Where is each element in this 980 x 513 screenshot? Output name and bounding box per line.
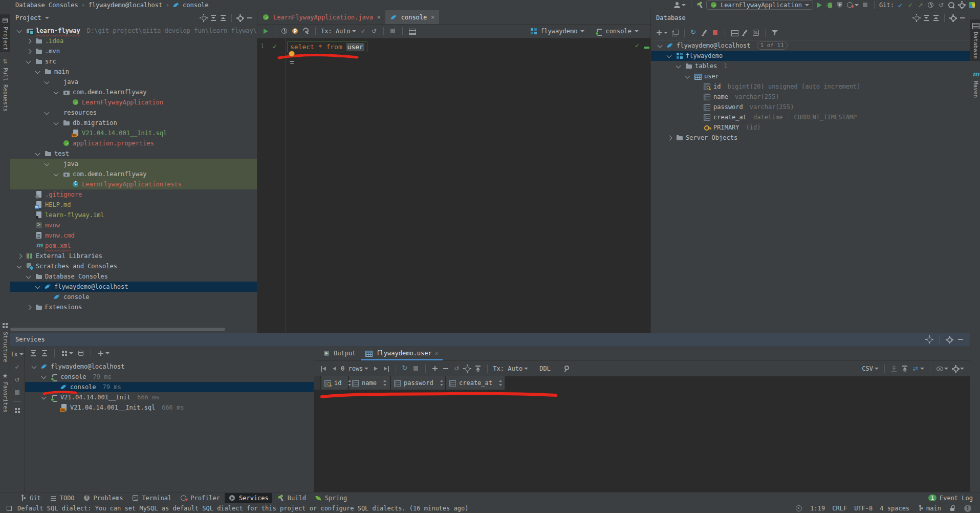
result-tab-flywaydemo-user[interactable]: flywaydemo.user✕ xyxy=(361,346,443,360)
sql-statement[interactable]: select * from user xyxy=(287,41,367,52)
expand-button[interactable] xyxy=(922,14,930,22)
clock-button[interactable] xyxy=(927,1,935,9)
chev-right-icon[interactable] xyxy=(25,37,33,45)
chev-down-icon[interactable] xyxy=(43,109,51,117)
toolwindow-button-terminal[interactable]: Terminal xyxy=(127,493,175,503)
upload-button[interactable] xyxy=(474,365,482,373)
toolwindow-button-services[interactable]: Services xyxy=(225,493,272,503)
collapse-button[interactable] xyxy=(932,14,940,22)
gear-button[interactable] xyxy=(236,14,244,22)
status-widget-indicator[interactable] xyxy=(795,504,803,512)
pencil-button[interactable] xyxy=(701,29,709,37)
tree-item-learn-flyway[interactable]: learn-flywayD:\git-project\qiita-develop… xyxy=(10,26,257,36)
tree-item-v21-04-14-001-init-sql[interactable]: V21.04.14.001__Init.sql xyxy=(10,128,257,138)
tree-item-name[interactable]: namevarchar(255) xyxy=(651,92,970,102)
breadcrumb-item-console[interactable]: console xyxy=(172,1,209,9)
pp-button[interactable] xyxy=(291,27,299,35)
chev-down-icon[interactable] xyxy=(34,283,42,291)
chev-down-icon[interactable] xyxy=(674,62,683,70)
sync-button[interactable] xyxy=(401,365,409,373)
session-selector[interactable]: console xyxy=(595,27,639,35)
status-widget-warn[interactable] xyxy=(964,504,972,512)
minus-button[interactable] xyxy=(442,365,450,373)
tree-item-primary[interactable]: PRIMARY(id) xyxy=(651,122,970,133)
run-configuration-selector[interactable]: LearnFlywayApplication xyxy=(706,0,813,10)
tree-item-id[interactable]: idbigint(20) unsigned (auto increment) xyxy=(651,81,970,92)
grid-view-button[interactable] xyxy=(60,349,74,357)
tree-item-gitignore[interactable]: .gitignore xyxy=(10,189,257,200)
tree-item-tables[interactable]: tables1 xyxy=(651,61,970,71)
chev-down-icon[interactable] xyxy=(52,119,60,127)
stop-red-button[interactable] xyxy=(711,29,720,37)
toolwindow-button-problems[interactable]: Problems xyxy=(79,493,127,503)
tree-item-server-objects[interactable]: Server Objects xyxy=(651,133,970,143)
chev-right-icon[interactable] xyxy=(25,47,33,55)
tool-stripe-button-project[interactable]: Project xyxy=(0,14,10,52)
eye-button[interactable] xyxy=(935,365,949,373)
target-button[interactable] xyxy=(925,335,933,344)
play-button[interactable] xyxy=(815,1,823,9)
status-widget-4-spaces[interactable]: 4 spaces xyxy=(880,505,909,512)
users-button[interactable] xyxy=(673,1,686,9)
check-button[interactable]: ✓ xyxy=(13,363,21,371)
copy-button[interactable] xyxy=(671,29,679,37)
vcs-down-button[interactable]: ↙ xyxy=(896,1,904,9)
grid-column-create-at[interactable]: create_at xyxy=(446,376,506,390)
gear-button[interactable] xyxy=(951,365,965,373)
compare-button[interactable]: ⇄ xyxy=(911,365,925,373)
profiler-button[interactable] xyxy=(846,1,859,9)
sort-icon[interactable] xyxy=(383,380,387,386)
breadcrumb[interactable]: Database Consoles›flywaydemo@localhost›c… xyxy=(0,1,209,9)
chev-down-icon[interactable] xyxy=(656,41,664,50)
chev-down-icon[interactable] xyxy=(665,52,673,60)
tool-stripe-button-favorites[interactable]: ★Favorites xyxy=(0,372,10,413)
filter-button[interactable] xyxy=(771,29,779,37)
status-widget-crlf[interactable]: CRLF xyxy=(832,505,847,512)
stop-button[interactable] xyxy=(389,27,397,35)
bug-button[interactable] xyxy=(825,1,834,9)
tree-item-console[interactable]: console79 ms xyxy=(25,372,314,382)
grid-column-name[interactable]: name xyxy=(349,376,391,390)
chev-down-icon[interactable] xyxy=(34,149,42,158)
status-widget-utf-8[interactable]: UTF-8 xyxy=(854,505,873,512)
tree-item-console[interactable]: console xyxy=(10,292,257,302)
undo-button[interactable]: ↺ xyxy=(13,376,21,384)
tree-item-flywaydemo-localhost[interactable]: flywaydemo@localhost xyxy=(25,361,314,372)
chev-down-icon[interactable] xyxy=(15,262,24,270)
toolbar-label-tx-auto[interactable]: Tx: Auto xyxy=(493,365,529,373)
undo-button[interactable]: ↺ xyxy=(937,1,945,9)
chev-right-icon[interactable] xyxy=(25,303,33,311)
tree-item-learnflywayapplicationtests[interactable]: LearnFlywayApplicationTests xyxy=(10,179,257,189)
sort-icon[interactable] xyxy=(440,380,444,386)
grid-column-password[interactable]: password xyxy=(391,376,446,390)
tree-item-pom-xml[interactable]: pom.xml xyxy=(10,241,257,251)
close-icon[interactable]: ✕ xyxy=(377,14,381,20)
tree-item-main[interactable]: main xyxy=(10,67,257,77)
vcs-up-button[interactable]: ↗ xyxy=(917,1,925,9)
chev-down-icon[interactable] xyxy=(52,170,60,178)
tree-item-mvnw[interactable]: mvnw xyxy=(10,220,257,230)
close-icon[interactable]: ✕ xyxy=(435,350,439,357)
collapse-button[interactable] xyxy=(219,14,227,22)
nav-first-button[interactable] xyxy=(319,365,328,373)
toolbar-label-tx-auto[interactable]: Tx: Auto xyxy=(321,27,357,35)
chev-down-icon[interactable] xyxy=(25,272,33,281)
minus-button[interactable] xyxy=(956,335,965,344)
chev-down-icon[interactable] xyxy=(43,78,51,86)
editor-tab-learnflywayapplication-java[interactable]: LearnFlywayApplication.java✕ xyxy=(257,10,385,24)
toolbar-label-git[interactable]: Git: xyxy=(879,2,894,9)
toolwindow-button-todo[interactable]: TODO xyxy=(46,493,78,503)
undo-button[interactable]: ↺ xyxy=(370,27,378,35)
tree-item-v21-04-14-001-init-sql[interactable]: V21.04.14.001__Init.sql666 ms xyxy=(25,402,314,413)
chev-down-icon[interactable] xyxy=(25,57,33,66)
toolbar-label-tx[interactable]: Tx xyxy=(10,350,24,358)
tree-item-learn-flyway-iml[interactable]: learn-flyway.iml xyxy=(10,210,257,220)
toolbar-label-0-rows[interactable]: 0 rows xyxy=(341,365,369,373)
horizontal-scrollbar[interactable] xyxy=(10,328,225,331)
frame-button[interactable] xyxy=(77,349,85,357)
tree-item-test[interactable]: test xyxy=(10,148,257,159)
collapse-button[interactable] xyxy=(40,349,49,357)
toolwindow-button-profiler[interactable]: Profiler xyxy=(176,493,224,503)
chev-down-icon[interactable] xyxy=(34,68,42,76)
sort-icon[interactable] xyxy=(498,380,503,386)
